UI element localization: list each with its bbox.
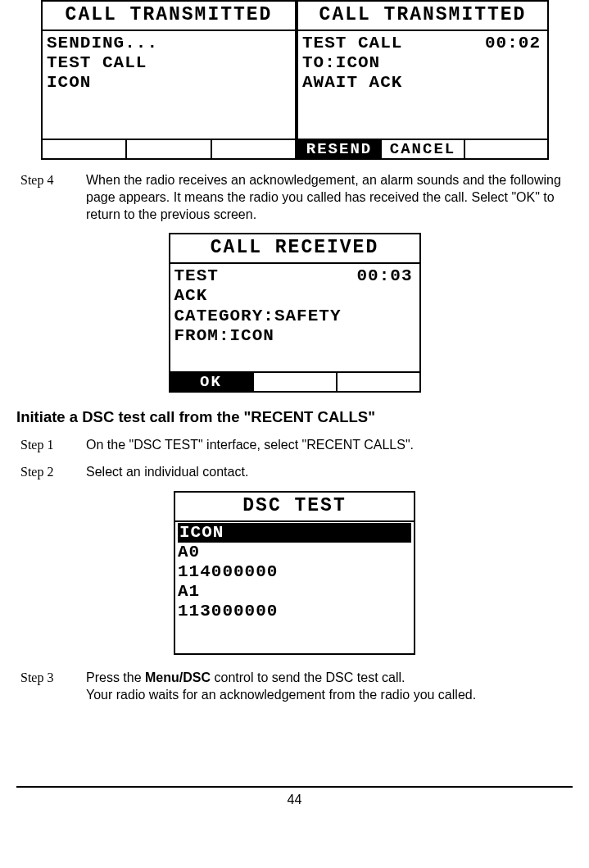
screen-footer: RESEND CANCEL <box>298 139 547 158</box>
screen-line: TO:ICON <box>302 53 543 73</box>
screen-timer: 00:02 <box>485 34 541 53</box>
radio-screen-call-received: CALL RECEIVED 00:03 TEST ACK CATEGORY:SA… <box>169 233 421 393</box>
softkey-cancel[interactable]: CANCEL <box>382 140 465 158</box>
screen-timer: 00:03 <box>356 266 412 286</box>
screen-title: CALL RECEIVED <box>170 234 419 264</box>
radio-screen-await-ack: CALL TRANSMITTED 00:02 TEST CALL TO:ICON… <box>297 0 549 160</box>
screen-title: CALL TRANSMITTED <box>298 2 547 31</box>
list-item[interactable]: 113000000 <box>178 602 411 621</box>
screen-line: ICON <box>47 73 291 93</box>
softkey-empty <box>127 140 211 158</box>
screen-line: ACK <box>174 286 415 306</box>
step-text: Select an individual contact. <box>86 464 569 481</box>
step-text: Press the Menu/DSC control to send the D… <box>86 670 569 704</box>
step3-mid: control to send the DSC test call. <box>211 670 405 684</box>
screen-footer: OK <box>170 371 419 391</box>
page-number: 44 <box>288 793 302 807</box>
top-screens-row: CALL TRANSMITTED SENDING... TEST CALL IC… <box>41 0 573 160</box>
step-3-row: Step 3 Press the Menu/DSC control to sen… <box>16 670 573 704</box>
radio-screen-dsc-test-list: DSC TEST ICON A0 114000000 A1 113000000 <box>174 491 415 655</box>
softkey-empty <box>43 140 127 158</box>
screen-body: 00:02 TEST CALL TO:ICON AWAIT ACK <box>298 31 547 139</box>
step-label: Step 1 <box>20 437 86 454</box>
step3-bold: Menu/DSC <box>145 670 211 684</box>
screen-body: SENDING... TEST CALL ICON <box>43 31 295 139</box>
step3-line2: Your radio waits for an acknowledgement … <box>86 688 476 702</box>
step-text: When the radio receives an acknowledgeme… <box>86 172 569 223</box>
screen-line: CATEGORY:SAFETY <box>174 307 415 326</box>
center-screen-wrapper: CALL RECEIVED 00:03 TEST ACK CATEGORY:SA… <box>16 233 573 393</box>
screen-title: DSC TEST <box>175 493 414 522</box>
list-item[interactable]: A0 <box>178 543 411 562</box>
screen-footer <box>43 139 295 158</box>
step-1-row: Step 1 On the "DSC TEST" interface, sele… <box>16 437 573 454</box>
list-item-selected[interactable]: ICON <box>178 523 411 543</box>
softkey-empty <box>338 373 419 391</box>
screen-line: TEST CALL <box>47 53 291 73</box>
step-label: Step 4 <box>20 172 86 223</box>
screen-body: 00:03 TEST ACK CATEGORY:SAFETY FROM:ICON <box>170 264 419 371</box>
screen-line: FROM:ICON <box>174 326 415 346</box>
center-screen-wrapper: DSC TEST ICON A0 114000000 A1 113000000 <box>16 491 573 655</box>
softkey-empty <box>212 140 295 158</box>
step-label: Step 3 <box>20 670 86 704</box>
step-text: On the "DSC TEST" interface, select "REC… <box>86 437 569 454</box>
section-heading: Initiate a DSC test call from the "RECEN… <box>16 407 573 427</box>
step-label: Step 2 <box>20 464 86 481</box>
step3-prefix: Press the <box>86 670 145 684</box>
softkey-empty <box>254 373 338 391</box>
step-4-row: Step 4 When the radio receives an acknow… <box>16 172 573 223</box>
list-item[interactable]: 114000000 <box>178 562 411 582</box>
page-footer: 44 <box>16 786 573 809</box>
screen-title: CALL TRANSMITTED <box>43 2 295 31</box>
screen-line: AWAIT ACK <box>302 73 543 93</box>
softkey-empty <box>465 140 547 158</box>
softkey-resend[interactable]: RESEND <box>298 140 382 158</box>
softkey-ok[interactable]: OK <box>170 373 254 391</box>
radio-screen-sending: CALL TRANSMITTED SENDING... TEST CALL IC… <box>41 0 297 160</box>
step-2-row: Step 2 Select an individual contact. <box>16 464 573 481</box>
screen-body: ICON A0 114000000 A1 113000000 <box>175 522 414 653</box>
screen-line: SENDING... <box>47 34 291 53</box>
list-item[interactable]: A1 <box>178 582 411 602</box>
